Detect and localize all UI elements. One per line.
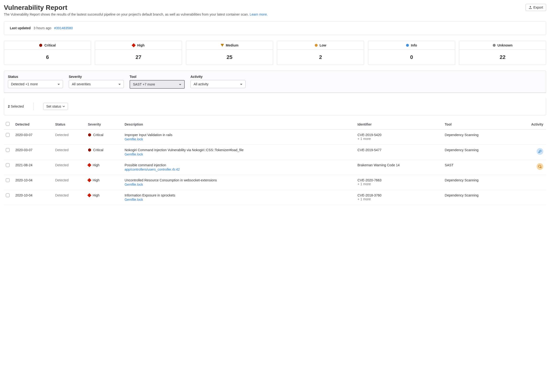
filter-status-label: Status	[8, 75, 63, 79]
severity-card-header: High	[95, 41, 182, 50]
col-status[interactable]: Status	[53, 119, 86, 130]
table-row: 2020-03-07 Detected Critical Improper In…	[4, 130, 546, 145]
severity-card-label: Info	[411, 43, 417, 47]
file-link[interactable]: Gemfile.lock	[125, 137, 143, 141]
col-tool[interactable]: Tool	[443, 119, 514, 130]
export-label: Export	[534, 6, 543, 9]
cell-status: Detected	[53, 160, 86, 175]
table-row: 2020-10-04 Detected High Uncontrolled Re…	[4, 175, 546, 190]
row-checkbox[interactable]	[6, 178, 10, 182]
filter-bar: Status Detected +1 more Severity All sev…	[4, 71, 546, 93]
col-identifier[interactable]: Identifier	[355, 119, 443, 130]
severity-card-medium[interactable]: Medium 25	[186, 41, 273, 65]
cell-status: Detected	[53, 130, 86, 145]
activity-badge-wrench[interactable]	[536, 148, 543, 155]
filter-divider	[4, 93, 546, 93]
selection-count: 2 Selected	[8, 105, 24, 108]
cell-severity: High	[86, 190, 123, 205]
row-checkbox[interactable]	[6, 193, 10, 197]
file-link[interactable]: app/controllers/users_controller.rb:42	[125, 168, 180, 171]
severity-card-count: 2	[277, 50, 364, 65]
filter-severity-select[interactable]: All severities	[69, 80, 124, 88]
cell-description: Possible command injection app/controlle…	[123, 160, 355, 175]
triangle-icon	[221, 44, 224, 47]
cell-identifier: CVE-2019-5420 + 1 more	[355, 130, 443, 145]
filter-activity-label: Activity	[190, 75, 245, 79]
diamond-icon	[87, 193, 91, 197]
filter-tool-label: Tool	[130, 75, 185, 79]
cell-tool: Dependency Scanning	[443, 130, 514, 145]
vulnerability-table: Detected Status Severity Description Ide…	[4, 119, 546, 205]
file-link[interactable]: Gemfile.lock	[125, 198, 143, 202]
diamond-icon	[132, 43, 136, 48]
export-button[interactable]: Export	[526, 4, 546, 11]
table-row: 2020-03-07 Detected Critical Nokogiri Co…	[4, 145, 546, 160]
cell-detected: 2021-08-24	[14, 160, 53, 175]
cell-activity	[514, 130, 546, 145]
filter-tool-select[interactable]: SAST +7 more	[130, 80, 185, 89]
cell-status: Detected	[53, 190, 86, 205]
severity-card-high[interactable]: High 27	[95, 41, 182, 65]
cell-detected: 2020-03-07	[14, 130, 53, 145]
select-all-checkbox[interactable]	[6, 122, 10, 126]
cell-severity: Critical	[86, 130, 123, 145]
cell-activity	[514, 160, 546, 175]
cell-severity: High	[86, 175, 123, 190]
cell-activity	[514, 145, 546, 160]
svg-marker-2	[88, 148, 91, 152]
selection-divider	[33, 103, 34, 110]
col-description[interactable]: Description	[123, 119, 355, 130]
filter-severity-label: Severity	[69, 75, 124, 79]
export-icon	[529, 6, 532, 9]
cell-description: Information Exposure in sprockets Gemfil…	[123, 190, 355, 205]
file-link[interactable]: Gemfile.lock	[125, 182, 143, 186]
page-title: Vulnerability Report	[4, 4, 67, 12]
learn-more-link[interactable]: Learn more.	[250, 13, 268, 16]
severity-card-label: Critical	[44, 43, 56, 47]
col-detected[interactable]: Detected	[14, 119, 53, 130]
cell-identifier: CVE-2019-5477	[355, 145, 443, 160]
last-updated-box: Last updated 3 hours ago #391483580	[4, 21, 546, 35]
svg-marker-1	[88, 133, 91, 137]
table-row: 2020-10-04 Detected High Information Exp…	[4, 190, 546, 205]
last-updated-time: 3 hours ago	[34, 26, 51, 30]
severity-card-count: 22	[459, 50, 546, 65]
cell-identifier: CVE-2020-7663 + 1 more	[355, 175, 443, 190]
chevron-down-icon	[63, 105, 65, 108]
row-checkbox[interactable]	[6, 163, 10, 167]
file-link[interactable]: Gemfile.lock	[125, 152, 143, 156]
cell-description: Uncontrolled Resource Consumption in web…	[123, 175, 355, 190]
cell-detected: 2020-10-04	[14, 190, 53, 205]
col-severity[interactable]: Severity	[86, 119, 123, 130]
cell-description: Improper Input Validation in rails Gemfi…	[123, 130, 355, 145]
severity-card-info[interactable]: Info 0	[368, 41, 455, 65]
cell-severity: Critical	[86, 145, 123, 160]
severity-card-count: 0	[368, 50, 455, 65]
row-checkbox[interactable]	[6, 148, 10, 152]
filter-activity-select[interactable]: All activity	[190, 80, 245, 88]
cell-identifier: CVE-2018-3760 + 1 more	[355, 190, 443, 205]
cell-tool: SAST	[443, 160, 514, 175]
cell-description: Nokogiri Command Injection Vulnerability…	[123, 145, 355, 160]
row-checkbox[interactable]	[6, 133, 10, 137]
cell-activity	[514, 175, 546, 190]
hexagon-icon	[39, 44, 42, 47]
severity-card-header: Info	[368, 41, 455, 50]
severity-card-low[interactable]: Low 2	[277, 41, 364, 65]
page-subtitle: The Vulnerability Report shows the resul…	[4, 13, 546, 16]
col-activity[interactable]: Activity	[514, 119, 546, 130]
set-status-button[interactable]: Set status	[43, 103, 68, 110]
severity-card-label: High	[137, 43, 145, 47]
filter-status-select[interactable]: Detected +1 more	[8, 80, 63, 88]
circle-icon	[493, 44, 496, 47]
severity-card-count: 27	[95, 50, 182, 65]
severity-card-unknown[interactable]: Unknown 22	[459, 41, 546, 65]
severity-card-critical[interactable]: Critical 6	[4, 41, 91, 65]
severity-card-label: Unknown	[498, 43, 513, 47]
activity-badge-dismiss[interactable]	[536, 163, 543, 170]
table-row: 2021-08-24 Detected High Possible comman…	[4, 160, 546, 175]
severity-card-label: Low	[320, 43, 326, 47]
cell-detected: 2020-03-07	[14, 145, 53, 160]
severity-card-header: Medium	[186, 41, 273, 50]
pipeline-link[interactable]: #391483580	[54, 26, 73, 30]
